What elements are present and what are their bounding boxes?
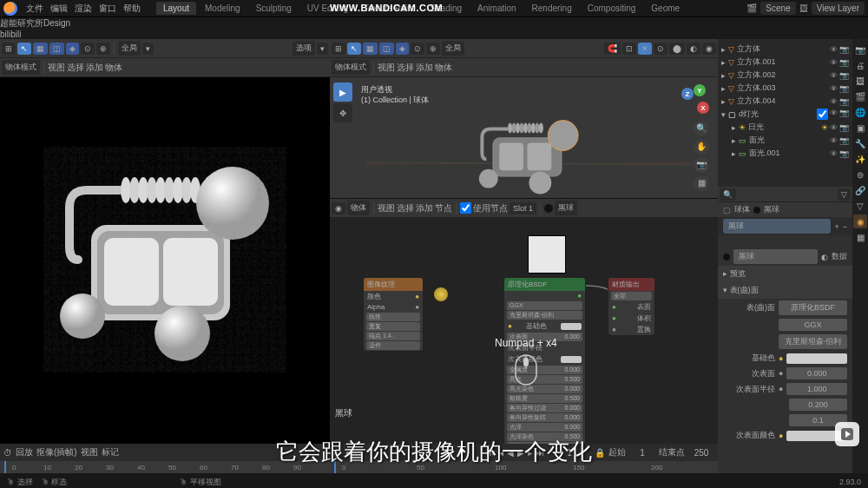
autokey-icon[interactable]: ● <box>345 448 351 458</box>
tab-object-icon[interactable]: ▣ <box>853 121 867 135</box>
material-name-field[interactable]: 黑球 <box>555 201 577 215</box>
snap-icon[interactable]: ◫ <box>49 43 64 55</box>
options-chevron-icon[interactable]: ▾ <box>317 43 328 55</box>
tab-viewlayer-icon[interactable]: 🖼 <box>853 74 867 88</box>
shader-type-dropdown[interactable]: 物体 <box>347 201 370 215</box>
workspace-tab-sculpting[interactable]: Sculpting <box>249 2 299 15</box>
outliner-item[interactable]: ▸☀日光☀👁📷 <box>721 121 849 134</box>
orientation-icon[interactable]: ▾ <box>142 43 154 55</box>
outliner-item[interactable]: ▸▽立方体.002👁📷 <box>721 69 849 82</box>
tab-output-icon[interactable]: 🖨 <box>853 58 867 72</box>
tab-constraints-icon[interactable]: 🔗 <box>853 183 867 197</box>
proportional-icon[interactable]: ⊙ <box>81 43 95 55</box>
image-texture-node[interactable]: 图像纹理 颜色● Alpha● 线性 重复 端点 1.4... 适作 <box>363 277 424 352</box>
tab-world-icon[interactable]: 🌐 <box>853 105 867 119</box>
tab-physics-icon[interactable]: ⊚ <box>853 168 867 181</box>
node-menu-add[interactable]: 添加 <box>416 202 433 214</box>
add-icon[interactable]: + <box>834 222 838 231</box>
start-frame-field[interactable]: 1 <box>629 448 655 458</box>
remove-icon[interactable]: − <box>843 222 847 231</box>
cursor-tool-icon[interactable]: ↖ <box>17 43 31 55</box>
new-data-icon[interactable]: 数据 <box>832 251 847 262</box>
outliner-item[interactable]: ▸▽立方体.001👁📷 <box>721 56 849 69</box>
filter-icon[interactable]: ▽ <box>838 188 851 201</box>
menu-edit[interactable]: 编辑 <box>50 3 68 15</box>
lock-icon[interactable]: 🔒 <box>595 448 605 458</box>
tab-texture-icon[interactable]: ▦ <box>853 230 867 244</box>
prev-key-icon[interactable]: ◂ <box>499 448 503 458</box>
eye-icon[interactable]: 👁 <box>830 45 838 54</box>
editor-type-icon[interactable]: ⊞ <box>2 43 16 55</box>
tab-modifiers-icon[interactable]: 🔧 <box>853 136 867 150</box>
tab-scene-icon[interactable]: 🎬 <box>853 89 867 103</box>
radius-x-field[interactable]: 1.000 <box>786 383 847 395</box>
playback-dropdown[interactable]: 回放 <box>16 446 33 458</box>
menu-object[interactable]: 物体 <box>105 62 122 74</box>
menu-file[interactable]: 文件 <box>26 3 43 15</box>
end-frame-field[interactable]: 250 <box>688 448 714 458</box>
breadcrumb-material[interactable]: 黑球 <box>764 204 779 215</box>
preview-panel-header[interactable]: ▸ 预览 <box>718 266 852 282</box>
subsurf-method-dropdown[interactable]: 克里斯坦森·伯利 <box>779 334 847 349</box>
pivot-icon[interactable]: ⊕ <box>96 43 110 55</box>
orientation-dropdown[interactable]: 全局 <box>442 41 464 56</box>
outliner-collection[interactable]: ▾▢d灯光👁📷 <box>721 108 849 121</box>
timeline-editor-icon[interactable]: ⏱ <box>3 448 12 458</box>
overlays-icon[interactable]: ⊡ <box>622 43 636 55</box>
outliner-item[interactable]: ▸▽立方体.003👁📷 <box>721 82 849 95</box>
outliner-item[interactable]: ▸▽立方体👁📷 <box>721 43 849 56</box>
menu-help[interactable]: 帮助 <box>123 3 141 15</box>
scene-name-field[interactable]: Scene <box>760 2 795 15</box>
menu-object[interactable]: 物体 <box>435 62 452 74</box>
surface-shader-dropdown[interactable]: 原理化BSDF <box>779 300 847 315</box>
distribution-dropdown[interactable]: GGX <box>779 319 847 331</box>
blender-logo-icon[interactable] <box>3 2 17 16</box>
render-viewport[interactable] <box>0 77 330 444</box>
tab-data-icon[interactable]: ▽ <box>853 199 867 213</box>
menu-window[interactable]: 窗口 <box>99 3 116 15</box>
play-icon[interactable]: ▶ <box>517 448 524 458</box>
breadcrumb-object[interactable]: 球体 <box>734 204 750 215</box>
hand-icon[interactable]: ✋ <box>694 139 709 155</box>
shading-rendered-icon[interactable]: ◉ <box>702 43 716 55</box>
jump-end-icon[interactable]: ⏭ <box>536 448 544 458</box>
play-reverse-icon[interactable]: ◀ <box>507 448 514 458</box>
node-menu-node[interactable]: 节点 <box>435 202 452 214</box>
outliner-item[interactable]: ▸▭面光👁📷 <box>721 134 849 147</box>
editor-type-icon[interactable]: ◉ <box>332 202 345 214</box>
tab-particles-icon[interactable]: ✨ <box>853 152 867 166</box>
menu-add[interactable]: 添加 <box>416 62 433 74</box>
mode-dropdown[interactable]: 物体模式 <box>332 60 370 75</box>
outliner-item[interactable]: ▸▽立方体.004👁📷 <box>721 95 849 108</box>
menu-add[interactable]: 添加 <box>86 62 103 74</box>
outliner-item[interactable]: ▸▭面光.001👁📷 <box>721 147 849 160</box>
zoom-icon[interactable]: 🔍 <box>694 121 709 136</box>
menu-select[interactable]: 选择 <box>67 62 84 74</box>
video-player-play-button[interactable] <box>835 422 859 446</box>
menu-select[interactable]: 选择 <box>397 62 414 74</box>
workspace-tab-geometry[interactable]: Geome <box>644 2 687 15</box>
jump-start-icon[interactable]: ⏮ <box>487 448 496 458</box>
menu-view[interactable]: 视图 <box>378 62 395 74</box>
magnet-icon[interactable]: 🧲 <box>604 43 621 55</box>
workspace-tab-modeling[interactable]: Modeling <box>198 2 247 15</box>
shading-wireframe-icon[interactable]: ⊙ <box>654 43 667 55</box>
tab-material-icon[interactable]: ◉ <box>853 214 867 228</box>
timeline-view[interactable]: 视图 <box>81 446 98 458</box>
viewlayer-name-field[interactable]: View Layer <box>812 2 865 15</box>
timeline-marker[interactable]: 标记 <box>102 446 119 458</box>
cursor-tool-icon[interactable]: ↖ <box>347 43 361 55</box>
material-output-node[interactable]: 材质输出 全部 ●表面 ●体积 ●置换 <box>608 277 655 336</box>
center-timeline-ruler[interactable]: 0 50 100 150 200 <box>330 461 718 473</box>
keying-dropdown[interactable]: 抠像(插帧) <box>36 446 77 458</box>
radius-y-field[interactable]: 0.200 <box>789 399 847 411</box>
butterfly-icon[interactable]: ✕ <box>638 43 652 55</box>
snap-icon-2[interactable]: ◈ <box>66 43 79 55</box>
tab-render-icon[interactable]: 📷 <box>853 43 867 56</box>
left-timeline-ruler[interactable]: 0 10 20 30 40 50 60 70 80 90 <box>0 461 330 473</box>
viewport-gizmo[interactable]: Y Z X <box>678 84 709 115</box>
timeline-editor-icon[interactable]: ⏱ <box>333 448 342 458</box>
workspace-tab-layout[interactable]: Layout <box>156 2 196 15</box>
options-dropdown[interactable]: 选项 <box>293 41 315 56</box>
workspace-tab-compositing[interactable]: Compositing <box>581 2 643 15</box>
